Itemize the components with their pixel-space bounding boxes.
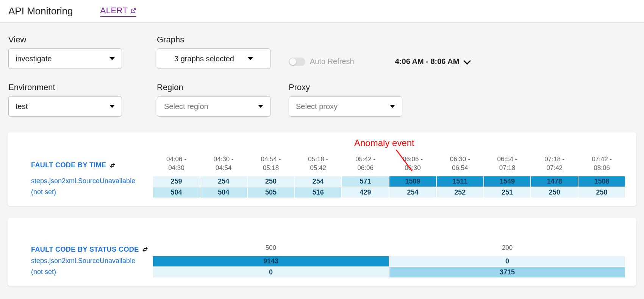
- heat-cell[interactable]: 0: [153, 267, 389, 277]
- heat-cell[interactable]: 1511: [437, 176, 483, 187]
- fault-by-status-card: FAULT CODE BY STATUS CODE 500200steps.js…: [8, 218, 636, 286]
- heat-cell[interactable]: 1478: [531, 176, 578, 187]
- fault-by-time-table: FAULT CODE BY TIME 04:06 -04:3004:30 -04…: [31, 154, 625, 198]
- region-label: Region: [157, 83, 270, 92]
- external-link-icon: [130, 8, 136, 14]
- autorefresh-toggle[interactable]: [289, 58, 305, 66]
- timerange-value: 4:06 AM - 8:06 AM: [395, 57, 460, 66]
- view-select[interactable]: investigate: [8, 48, 122, 69]
- view-label: View: [8, 35, 122, 45]
- region-select-placeholder: Select region: [164, 102, 208, 111]
- time-bucket-header: 07:42 -08:06: [578, 154, 625, 176]
- time-bucket-header: 04:54 -05:18: [248, 154, 294, 176]
- fault-row-label: steps.json2xml.SourceUnavailable: [31, 176, 152, 187]
- heat-cell[interactable]: 1509: [389, 176, 436, 187]
- page-title: API Monitoring: [8, 5, 73, 17]
- proxy-select-placeholder: Select proxy: [296, 102, 338, 111]
- heat-cell[interactable]: 505: [248, 187, 294, 198]
- heat-cell[interactable]: 252: [437, 187, 483, 198]
- fault-by-status-table: FAULT CODE BY STATUS CODE 500200steps.js…: [31, 243, 625, 278]
- filters-row-2: Environment test Region Select region Pr…: [8, 83, 636, 117]
- graphs-label: Graphs: [157, 35, 270, 45]
- swap-icon: [142, 246, 148, 252]
- time-bucket-header: 06:54 -07:18: [484, 154, 531, 176]
- region-select[interactable]: Select region: [157, 96, 270, 117]
- caret-down-icon: [258, 105, 263, 108]
- time-bucket-header: 06:30 -06:54: [437, 154, 483, 176]
- alert-link-label: ALERT: [100, 6, 128, 16]
- caret-down-icon: [248, 57, 253, 60]
- top-header: API Monitoring ALERT: [0, 0, 644, 23]
- heat-cell[interactable]: 516: [295, 187, 341, 198]
- chevron-down-icon: [464, 57, 471, 65]
- fault-row-label: (not set): [31, 267, 152, 278]
- fault-by-time-title: FAULT CODE BY TIME: [31, 154, 152, 176]
- status-code-header: 500: [153, 243, 389, 256]
- graphs-filter: Graphs 3 graphs selected: [157, 35, 270, 69]
- heat-cell[interactable]: 1549: [484, 176, 531, 187]
- heat-cell[interactable]: 429: [342, 187, 389, 198]
- heat-cell[interactable]: 504: [153, 187, 200, 198]
- autorefresh-label: Auto Refresh: [310, 57, 354, 66]
- time-bucket-header: 05:42 -06:06: [342, 154, 389, 176]
- proxy-select[interactable]: Select proxy: [289, 96, 402, 117]
- env-filter: Environment test: [8, 83, 122, 117]
- filters-panel: View investigate Graphs 3 graphs selecte…: [0, 23, 644, 132]
- timerange-picker[interactable]: 4:06 AM - 8:06 AM: [395, 57, 470, 66]
- heat-cell[interactable]: 571: [342, 176, 389, 187]
- fault-row-label: (not set): [31, 187, 152, 198]
- graphs-select-value: 3 graphs selected: [174, 55, 234, 63]
- time-bucket-header: 04:30 -04:54: [200, 154, 247, 176]
- env-select[interactable]: test: [8, 96, 122, 117]
- heat-cell[interactable]: 9143: [153, 256, 389, 266]
- alert-link[interactable]: ALERT: [100, 6, 136, 17]
- caret-down-icon: [109, 105, 115, 108]
- env-label: Environment: [8, 83, 122, 92]
- heat-cell[interactable]: 0: [389, 256, 625, 266]
- heat-cell[interactable]: 250: [248, 176, 294, 187]
- time-bucket-header: 06:06 -06:30: [389, 154, 436, 176]
- time-bucket-header: 07:18 -07:42: [531, 154, 578, 176]
- time-bucket-header: 04:06 -04:30: [153, 154, 200, 176]
- fault-by-time-card: Anomaly event FAULT CODE BY TIME 04:06 -…: [8, 132, 636, 206]
- caret-down-icon: [109, 57, 115, 60]
- proxy-label: Proxy: [289, 83, 402, 92]
- heat-cell[interactable]: 254: [295, 176, 341, 187]
- heat-cell[interactable]: 254: [200, 176, 247, 187]
- heat-cell[interactable]: 259: [153, 176, 200, 187]
- graphs-select[interactable]: 3 graphs selected: [157, 48, 270, 69]
- fault-row-label: steps.json2xml.SourceUnavailable: [31, 256, 152, 267]
- caret-down-icon: [390, 105, 395, 108]
- time-bucket-header: 05:18 -05:42: [295, 154, 341, 176]
- autorefresh-group: Auto Refresh: [289, 57, 354, 66]
- fault-by-status-title: FAULT CODE BY STATUS CODE: [31, 243, 152, 256]
- heat-cell[interactable]: 3715: [389, 267, 625, 277]
- view-select-value: investigate: [16, 55, 52, 63]
- region-filter: Region Select region: [157, 83, 270, 117]
- heat-cell[interactable]: 254: [389, 187, 436, 198]
- heat-cell[interactable]: 251: [484, 187, 531, 198]
- env-select-value: test: [16, 102, 28, 111]
- heat-cell[interactable]: 250: [531, 187, 578, 198]
- status-code-header: 200: [389, 243, 625, 256]
- swap-icon: [109, 162, 116, 168]
- proxy-filter: Proxy Select proxy: [289, 83, 402, 117]
- heat-cell[interactable]: 504: [200, 187, 247, 198]
- filters-row-1: View investigate Graphs 3 graphs selecte…: [8, 35, 636, 69]
- heat-cell[interactable]: 1508: [578, 176, 625, 187]
- heat-cell[interactable]: 250: [578, 187, 625, 198]
- view-filter: View investigate: [8, 35, 122, 69]
